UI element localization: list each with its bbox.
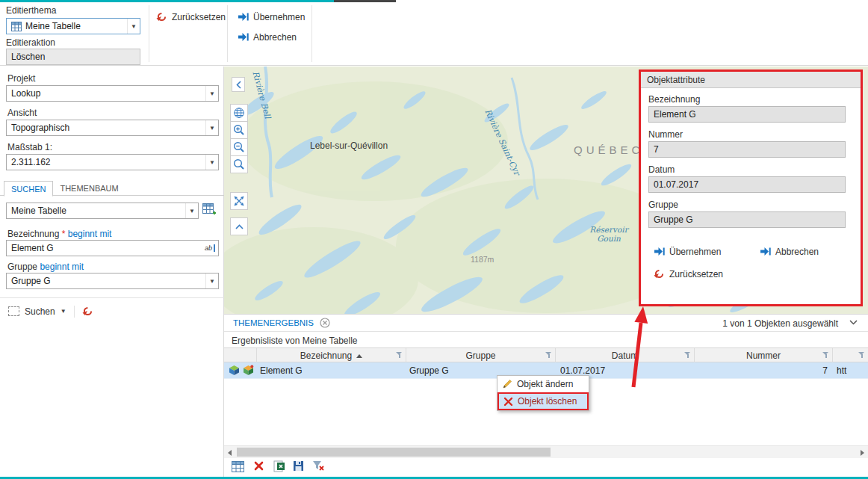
close-tab-button[interactable] [320,318,330,328]
scrollbar-thumb[interactable] [237,448,551,457]
undo-icon [654,268,665,279]
search-sidebar: Projekt Lookup ▼ Ansicht Topographisch ▼… [0,67,224,477]
filter-icon[interactable] [545,352,552,359]
filter-icon[interactable] [684,352,691,359]
gruppe-combobox[interactable]: Gruppe G ▼ [6,273,219,289]
chevron-down-icon[interactable]: ▼ [127,19,140,34]
chevron-down-icon[interactable]: ▼ [205,86,218,101]
tab-themenergebnis[interactable]: THEMENERGEBNIS [233,318,314,327]
collapse-toolbar-button[interactable] [230,217,248,235]
ribbon-separator [227,5,228,62]
filter-icon[interactable] [396,352,403,359]
text-match-icon[interactable]: ab [205,244,215,252]
operator-link[interactable]: beginnt mit [40,262,84,272]
zoom-to-feature-icon[interactable] [229,365,240,376]
bezeichnung-criteria-label: Bezeichnung * beginnt mit [7,229,111,239]
zoom-out-button[interactable] [230,138,248,156]
apply-arrow-icon [654,246,665,257]
menu-item-objekt-aendern[interactable]: Objekt ändern [497,376,589,392]
scroll-left-arrow[interactable] [228,450,232,456]
bezeichnung-input[interactable]: Element G ab [6,240,219,256]
gruppe-criteria-label: Gruppe beginnt mit [7,262,84,272]
column-header-nummer[interactable]: Nummer [695,348,833,363]
cell-nummer: 7 [695,362,828,379]
selection-box-icon [8,306,19,316]
map-label-elevation: 1187m [471,255,494,264]
globe-button[interactable] [230,104,248,122]
search-actions: Suchen ▼ [6,304,96,318]
field-input-datum[interactable]: 01.07.2017 [648,176,846,193]
field-label-datum: Datum [648,164,675,175]
cell-gruppe: Gruppe G [409,362,449,379]
editierthema-label: Editierthema [6,5,56,16]
menu-item-objekt-loeschen[interactable]: Objekt löschen [497,392,589,410]
field-input-gruppe[interactable]: Gruppe G [648,211,846,228]
collapse-panel-button[interactable] [232,77,245,92]
sidebar-tabs: SUCHEN THEMENBAUM [4,178,125,196]
panel-apply-button[interactable]: Übernehmen [651,244,723,259]
zoom-window-button[interactable] [230,155,248,173]
field-input-nummer[interactable]: 7 [648,141,846,158]
chevron-down-icon[interactable]: ▼ [185,203,198,218]
full-extent-button[interactable] [230,192,248,210]
chevron-down-icon[interactable]: ▼ [205,120,218,135]
zoom-in-button[interactable] [230,121,248,139]
full-extent-icon [233,195,245,207]
cancel-arrow-icon [238,31,249,43]
projekt-combobox[interactable]: Lookup ▼ [6,85,219,102]
table-header: Bezeichnung Gruppe Datum Nummer [224,347,868,362]
chevron-down-icon[interactable]: ▼ [205,155,218,170]
editierthema-combobox[interactable]: Meine Tabelle ▼ [6,18,140,34]
horizontal-scrollbar[interactable] [224,445,868,458]
export-excel-button[interactable] [273,460,285,472]
scroll-right-arrow[interactable] [861,450,864,456]
open-form-icon[interactable] [243,365,254,376]
save-button[interactable] [293,460,304,472]
search-button[interactable]: Suchen ▼ [6,305,69,318]
field-input-bezeichnung[interactable]: Element G [648,106,846,123]
show-table-button[interactable] [232,461,244,472]
divider [74,306,75,318]
column-header-extra[interactable] [833,348,868,363]
column-header-gruppe[interactable]: Gruppe [406,348,556,363]
map-label-city: Lebel-sur-Quévillon [310,140,388,151]
collapse-results-button[interactable] [849,320,858,325]
reset-search-button[interactable] [80,304,96,318]
panel-cancel-button[interactable]: Abbrechen [757,244,821,259]
chevron-down-icon [849,320,858,325]
panel-reset-button[interactable]: Zurücksetzen [651,267,725,281]
map-toolbar [230,104,248,173]
column-header-datum[interactable]: Datum [556,348,695,363]
chevron-down-icon[interactable]: ▼ [205,274,218,288]
search-theme-combobox[interactable]: Meine Tabelle ▼ [6,203,199,219]
cell-bezeichnung: Element G [260,362,303,379]
apply-button[interactable]: Übernehmen [235,10,307,24]
cancel-button[interactable]: Abbrechen [235,30,299,44]
divider [0,297,224,298]
field-label-gruppe: Gruppe [648,200,678,210]
delete-x-icon [503,397,513,407]
tab-themenbaum[interactable]: THEMENBAUM [53,181,125,196]
sort-ascending-icon [356,354,362,358]
tab-suchen[interactable]: SUCHEN [4,181,53,197]
massstab-combobox[interactable]: 2.311.162 ▼ [6,154,219,170]
operator-link[interactable]: beginnt mit [68,229,112,239]
clear-filter-button[interactable] [312,460,324,472]
delete-x-icon [254,461,264,471]
filter-icon[interactable] [858,352,865,359]
chevron-down-icon[interactable]: ▼ [61,308,66,315]
column-header-icons[interactable] [224,348,257,363]
map-label-reservoir: Réservoir Gouin [581,225,636,243]
add-table-button[interactable] [202,203,217,217]
field-label-bezeichnung: Bezeichnung [648,94,700,105]
table-icon [11,22,22,31]
reset-button[interactable]: Zurücksetzen [154,10,228,24]
projekt-label: Projekt [7,73,35,84]
clear-filter-icon [312,460,324,472]
ribbon: Editierthema Meine Tabelle ▼ Editierakti… [0,2,868,66]
context-menu: Objekt ändern Objekt löschen [497,375,589,411]
delete-object-button[interactable] [254,461,264,471]
ansicht-combobox[interactable]: Topographisch ▼ [6,120,219,136]
filter-icon[interactable] [822,352,829,359]
column-header-bezeichnung[interactable]: Bezeichnung [257,348,406,363]
